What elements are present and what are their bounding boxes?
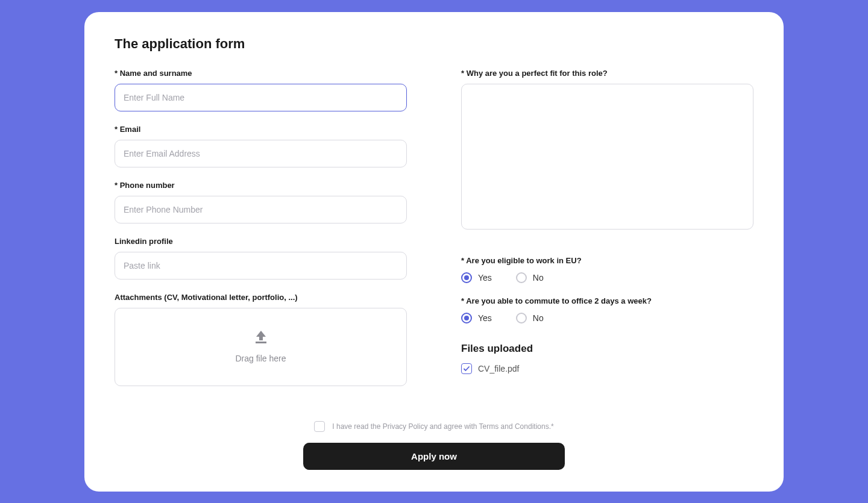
uploaded-file-item[interactable]: CV_file.pdf	[461, 363, 753, 374]
form-right-column: * Why are you a perfect fit for this rol…	[461, 69, 753, 399]
attachments-label: Attachments (CV, Motivational letter, po…	[115, 293, 407, 302]
radio-icon	[516, 272, 527, 283]
consent-text: I have read the Privacy Policy and agree…	[332, 422, 553, 431]
form-columns: * Name and surname * Email * Phone numbe…	[115, 69, 753, 399]
fit-group: * Why are you a perfect fit for this rol…	[461, 69, 753, 232]
radio-icon	[461, 313, 472, 323]
commute-radio-group: Yes No	[461, 313, 753, 323]
consent-row: I have read the Privacy Policy and agree…	[314, 421, 553, 432]
commute-radio-yes[interactable]: Yes	[461, 313, 492, 323]
eu-no-label: No	[533, 273, 544, 283]
dropzone-text: Drag file here	[235, 354, 286, 363]
commute-label: * Are you able to commute to office 2 da…	[461, 296, 753, 305]
eu-group: * Are you eligible to work in EU? Yes No	[461, 256, 753, 283]
form-left-column: * Name and surname * Email * Phone numbe…	[115, 69, 407, 399]
email-label: * Email	[115, 125, 407, 134]
consent-checkbox[interactable]	[314, 421, 325, 432]
eu-radio-group: Yes No	[461, 272, 753, 283]
fit-label: * Why are you a perfect fit for this rol…	[461, 69, 753, 78]
name-group: * Name and surname	[115, 69, 407, 111]
commute-yes-label: Yes	[478, 313, 492, 323]
radio-icon	[461, 272, 472, 283]
apply-now-button[interactable]: Apply now	[303, 443, 565, 470]
name-input[interactable]	[115, 84, 407, 111]
radio-icon	[516, 313, 527, 323]
commute-no-label: No	[533, 313, 544, 323]
eu-yes-label: Yes	[478, 273, 492, 283]
eu-radio-yes[interactable]: Yes	[461, 272, 492, 283]
form-footer: I have read the Privacy Policy and agree…	[115, 421, 753, 470]
form-title: The application form	[115, 36, 753, 52]
eu-label: * Are you eligible to work in EU?	[461, 256, 753, 265]
name-label: * Name and surname	[115, 69, 407, 78]
eu-radio-no[interactable]: No	[516, 272, 544, 283]
phone-label: * Phone number	[115, 181, 407, 190]
linkedin-label: Linkedin profile	[115, 237, 407, 246]
linkedin-group: Linkedin profile	[115, 237, 407, 280]
file-dropzone[interactable]: Drag file here	[115, 308, 407, 386]
linkedin-input[interactable]	[115, 252, 407, 280]
commute-radio-no[interactable]: No	[516, 313, 544, 323]
fit-textarea[interactable]	[461, 84, 753, 230]
email-group: * Email	[115, 125, 407, 167]
attachments-group: Attachments (CV, Motivational letter, po…	[115, 293, 407, 386]
files-uploaded-section: Files uploaded CV_file.pdf	[461, 343, 753, 374]
email-input[interactable]	[115, 140, 407, 167]
files-heading: Files uploaded	[461, 343, 753, 355]
file-check-icon	[461, 363, 472, 374]
commute-group: * Are you able to commute to office 2 da…	[461, 296, 753, 323]
phone-input[interactable]	[115, 196, 407, 223]
upload-icon	[255, 331, 267, 344]
file-name: CV_file.pdf	[478, 364, 519, 373]
application-form-card: The application form * Name and surname …	[84, 12, 784, 492]
phone-group: * Phone number	[115, 181, 407, 223]
